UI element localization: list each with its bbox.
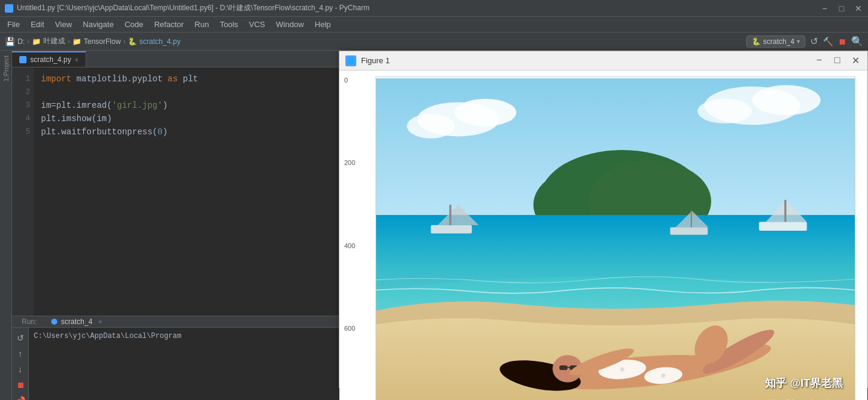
- code-line-5: plt.waitforbuttonpress( 0 ): [41, 125, 348, 139]
- run-tab-bar: Run: scratch_4 ×: [12, 316, 356, 328]
- watermark: 知乎 @IT界老黑: [765, 376, 843, 390]
- run-sidebar: ↺ ↑ ↓ ⏹ 📌: [12, 328, 29, 400]
- figure-window: 🌐 Figure 1 − □ ✕ 0 200 400 600 800: [339, 51, 868, 388]
- code-text-1: matplotlib.pyplot: [71, 72, 168, 86]
- svg-point-34: [661, 373, 665, 378]
- stop-icon[interactable]: ⏹: [838, 37, 846, 46]
- run-tab-icon: [51, 319, 57, 325]
- search-icon[interactable]: 🔍: [851, 36, 863, 47]
- title-bar-controls: − □ ✕: [820, 4, 863, 13]
- menu-navigate[interactable]: Navigate: [78, 19, 118, 30]
- breadcrumb-left: 💾 D: › 📁 叶建成 › 📁 TensorFlow › 🐍 scratch_…: [5, 36, 180, 46]
- svg-rect-18: [670, 227, 708, 234]
- breadcrumb-drive[interactable]: D:: [17, 37, 25, 46]
- svg-point-5: [752, 85, 820, 115]
- run-tab[interactable]: scratch_4 ×: [46, 316, 107, 327]
- editor-area: scratch_4.py × 1 2 3 4 5 import matplotl…: [12, 51, 356, 400]
- menu-bar: File Edit View Navigate Code Refactor Ru…: [0, 17, 868, 33]
- drive-icon: 💾: [5, 37, 15, 46]
- svg-rect-15: [759, 222, 807, 231]
- menu-view[interactable]: View: [50, 19, 77, 30]
- y-label-400: 400: [344, 242, 355, 249]
- tab-file-icon: [19, 56, 27, 63]
- scroll-down-button[interactable]: ↓: [15, 364, 26, 375]
- y-label-200: 200: [344, 159, 355, 166]
- code-text-plt: plt: [178, 72, 198, 86]
- line-numbers: 1 2 3 4 5: [12, 67, 34, 316]
- run-panel: Run: scratch_4 × ↺ ↑ ↓ ⏹ 📌 C:\Users\yjc\…: [12, 316, 356, 400]
- number-zero: 0: [157, 125, 162, 139]
- menu-window[interactable]: Window: [271, 19, 309, 30]
- figure-close-button[interactable]: ✕: [849, 55, 861, 66]
- run-config-selector[interactable]: 🐍 scratch_4 ▾: [746, 36, 805, 48]
- breadcrumb-folder2[interactable]: TensorFlow: [84, 37, 121, 46]
- tab-close-button[interactable]: ×: [75, 57, 78, 63]
- run-tab-name: scratch_4: [61, 317, 92, 326]
- svg-point-33: [620, 367, 624, 372]
- code-line-2: [41, 86, 348, 99]
- svg-rect-12: [431, 225, 472, 234]
- run-output: C:\Users\yjc\AppData\Local\Program: [29, 328, 356, 400]
- title-bar: Untitled1.py [C:\Users\yjc\AppData\Local…: [0, 0, 868, 17]
- beach-scene-svg: [376, 77, 855, 400]
- chevron-down-icon: ▾: [797, 38, 800, 45]
- scroll-up-button[interactable]: ↑: [15, 348, 26, 359]
- menu-tools[interactable]: Tools: [215, 19, 243, 30]
- code-waitfor: plt.waitforbuttonpress(: [41, 125, 157, 139]
- main-container: 1:Project scratch_4.py × 1 2 3 4 5 impor…: [0, 51, 868, 400]
- y-label-0: 0: [344, 77, 355, 84]
- stop-run-button[interactable]: ⏹: [15, 380, 26, 390]
- sidebar-panel: 1:Project: [0, 51, 12, 400]
- figure-maximize-button[interactable]: □: [831, 55, 843, 66]
- keyword-import: import: [41, 72, 71, 86]
- rerun-button[interactable]: ↺: [15, 333, 26, 343]
- code-close-paren-2: ): [163, 125, 168, 139]
- breadcrumb-bar: 💾 D: › 📁 叶建成 › 📁 TensorFlow › 🐍 scratch_…: [0, 33, 868, 51]
- menu-file[interactable]: File: [2, 19, 25, 30]
- sep-2: ›: [68, 37, 70, 46]
- figure-title: Figure 1: [361, 56, 390, 65]
- svg-rect-20: [691, 211, 692, 227]
- rerun-icon[interactable]: ↺: [810, 36, 818, 47]
- app-icon: [5, 4, 13, 13]
- run-config-icon: 🐍: [752, 37, 761, 46]
- menu-run[interactable]: Run: [190, 19, 214, 30]
- project-label[interactable]: 1:Project: [2, 55, 10, 81]
- code-line-1: import matplotlib.pyplot as plt: [41, 72, 348, 86]
- window-title: Untitled1.py [C:\Users\yjc\AppData\Local…: [17, 3, 370, 13]
- menu-vcs[interactable]: VCS: [244, 19, 270, 30]
- code-editor[interactable]: 1 2 3 4 5 import matplotlib.pyplot as pl…: [12, 67, 356, 316]
- menu-code[interactable]: Code: [120, 19, 148, 30]
- folder-icon-1: 📁: [32, 37, 41, 46]
- code-content[interactable]: import matplotlib.pyplot as plt im=plt.i…: [34, 67, 356, 316]
- minimize-button[interactable]: −: [820, 4, 829, 13]
- maximize-button[interactable]: □: [837, 4, 846, 13]
- build-icon[interactable]: 🔨: [823, 37, 833, 46]
- run-output-line: C:\Users\yjc\AppData\Local\Program: [34, 330, 351, 342]
- figure-minimize-button[interactable]: −: [813, 55, 825, 66]
- tab-bar: scratch_4.py ×: [12, 51, 356, 67]
- run-config-name: scratch_4: [763, 37, 794, 46]
- pin-button[interactable]: 📌: [15, 395, 26, 400]
- editor-tab[interactable]: scratch_4.py ×: [12, 51, 86, 67]
- svg-rect-17: [784, 200, 786, 222]
- folder-icon-2: 📁: [72, 37, 81, 46]
- code-line-4: plt.imshow(im): [41, 112, 348, 125]
- menu-help[interactable]: Help: [310, 19, 336, 30]
- tab-label: scratch_4.py: [30, 55, 71, 64]
- breadcrumb-file[interactable]: scratch_4.py: [139, 37, 180, 46]
- figure-title-left: 🌐 Figure 1: [345, 55, 390, 66]
- close-button[interactable]: ✕: [854, 4, 863, 13]
- keyword-as: as: [168, 72, 178, 86]
- plot-area: 0 200 400 600 800: [339, 70, 867, 400]
- figure-app-icon: 🌐: [345, 55, 356, 66]
- figure-controls: − □ ✕: [813, 55, 861, 66]
- menu-edit[interactable]: Edit: [26, 19, 49, 30]
- svg-rect-14: [449, 205, 451, 225]
- file-icon: 🐍: [128, 37, 137, 46]
- run-label: Run:: [17, 317, 42, 326]
- breadcrumb-folder1[interactable]: 叶建成: [43, 36, 65, 46]
- y-label-600: 600: [344, 325, 355, 332]
- menu-refactor[interactable]: Refactor: [149, 19, 189, 30]
- run-tab-close[interactable]: ×: [98, 319, 102, 325]
